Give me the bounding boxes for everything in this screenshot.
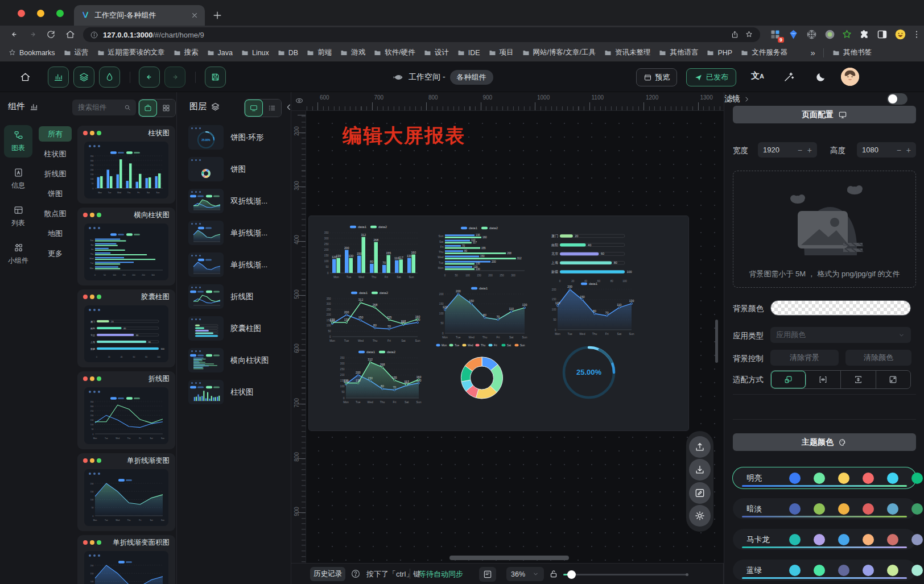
bg-color-swatch[interactable]	[770, 300, 911, 316]
bookmark-item[interactable]: 资讯未整理	[604, 48, 651, 57]
bookmark-item[interactable]: 前端	[306, 48, 332, 57]
component-search-input[interactable]	[78, 103, 121, 111]
help-icon[interactable]	[350, 569, 361, 579]
sidebar-item-0[interactable]: 图表	[4, 125, 32, 158]
user-avatar[interactable]	[841, 68, 859, 86]
canvas-chart-line-area[interactable]: data10501001502001202001508070110130MonT…	[545, 280, 637, 337]
category-更多[interactable]: 更多	[39, 246, 72, 261]
layer-item[interactable]: 单折线渐...	[188, 252, 288, 277]
layer-item[interactable]: 柱状图	[188, 380, 288, 404]
extensions-puzzle-icon[interactable]	[858, 28, 870, 40]
bookmark-item[interactable]: 项目	[488, 48, 514, 57]
edit-button[interactable]	[689, 482, 711, 504]
back-icon[interactable]	[9, 29, 20, 40]
extension-star-icon[interactable]	[841, 28, 853, 40]
dark-mode-moon-icon[interactable]	[815, 71, 827, 83]
eye-icon[interactable]	[295, 96, 304, 106]
publish-button[interactable]: 已发布	[686, 68, 736, 86]
tab-close-icon[interactable]	[190, 11, 199, 20]
details-toggle-button[interactable]	[99, 67, 120, 88]
bookmark-item[interactable]: Java	[207, 48, 233, 57]
layer-item[interactable]: 饼图	[188, 157, 288, 181]
history-button[interactable]: 历史记录	[310, 567, 345, 581]
fit-auto-button[interactable]	[771, 371, 806, 388]
bookmarks-overflow-chevron[interactable]: »	[811, 48, 815, 57]
bookmark-item[interactable]: Linux	[241, 48, 269, 57]
reload-icon[interactable]	[46, 29, 56, 40]
theme-row-蓝绿[interactable]: 蓝绿	[733, 560, 916, 581]
component-card[interactable]: 胶囊柱图 厦门20南阳40北京60上海80新疆100020406080100	[77, 289, 175, 367]
bookmark-item[interactable]: 文件服务器	[740, 48, 787, 57]
layer-item[interactable]: 25.00% 饼图-环形	[188, 125, 288, 150]
bookmark-item[interactable]: PHP	[706, 48, 732, 57]
theme-row-明亮[interactable]: 明亮	[733, 467, 916, 488]
category-散点图[interactable]: 散点图	[39, 206, 72, 221]
bookmark-item[interactable]: 设计	[423, 48, 449, 57]
bookmark-item[interactable]: 近期需要读的文章	[97, 48, 165, 57]
component-search[interactable]	[72, 100, 136, 115]
layer-item[interactable]: 折线图	[188, 284, 288, 309]
redo-button[interactable]	[164, 67, 185, 88]
component-card[interactable]: 横向柱状图 050100150200250300MonTueWedThuFriS…	[77, 208, 175, 285]
bookmark-star-icon[interactable]	[745, 30, 754, 40]
layer-item[interactable]: 单折线渐...	[188, 221, 288, 245]
component-card[interactable]: 柱状图 050100150200250300350MonTueWedThuFri…	[77, 126, 175, 204]
window-zoom-button[interactable]	[56, 10, 64, 17]
magic-wand-icon[interactable]	[783, 71, 795, 83]
extension-record-icon[interactable]	[824, 28, 836, 40]
settings-gear-button[interactable]	[689, 505, 711, 527]
canvas-chart-line-gradient[interactable]: data10501001502001202001508070110130MonT…	[432, 284, 530, 340]
zoom-slider-knob[interactable]	[567, 570, 576, 579]
site-info-icon[interactable]	[90, 31, 98, 39]
undo-button[interactable]	[139, 67, 160, 88]
category-饼图[interactable]: 饼图	[39, 186, 72, 201]
bookmark-item[interactable]: 软件/硬件	[373, 48, 415, 57]
category-所有[interactable]: 所有	[39, 126, 72, 142]
forward-icon[interactable]	[27, 29, 38, 40]
canvas-chart-bar[interactable]: data1data2050100150200250300350120200150…	[317, 223, 423, 280]
page-config-header[interactable]: 页面配置	[733, 106, 916, 123]
canvas-area[interactable]: 编辑大屏报表 data1data205010015020025030035012…	[306, 111, 724, 563]
sidebar-item-1[interactable]: 信息	[4, 163, 32, 195]
filter-toggle[interactable]	[887, 93, 908, 105]
sidebar-item-3[interactable]: 小组件	[4, 238, 32, 270]
components-toggle-button[interactable]	[48, 67, 69, 88]
category-柱状图[interactable]: 柱状图	[39, 146, 72, 161]
component-card[interactable]: 单折线渐变图 050100150200MonTueWedThuFriSatSun	[77, 453, 175, 531]
home-icon[interactable]	[65, 29, 76, 40]
bookmarks-root[interactable]: Bookmarks	[8, 48, 55, 57]
export-button[interactable]	[689, 436, 711, 458]
share-icon[interactable]	[731, 30, 740, 40]
window-close-button[interactable]	[18, 10, 25, 17]
bag-view-button[interactable]	[139, 100, 157, 117]
canvas-chart-capsule[interactable]: 厦门20南阳40北京60上海80新疆100020406080100	[545, 226, 637, 283]
layer-item[interactable]: 双折线渐...	[188, 189, 288, 213]
bookmark-item[interactable]: 网站/博客/文章/工具	[522, 48, 596, 57]
canvas-chart-hbar[interactable]: data1data2050100150200250300Mon120130Tue…	[432, 224, 530, 277]
layer-item[interactable]: 横向柱状图	[188, 348, 288, 372]
layers-toggle-button[interactable]	[73, 67, 94, 88]
fit-stretch-button[interactable]	[876, 371, 911, 388]
height-minus-button[interactable]: −	[897, 146, 901, 155]
layout-preview-button[interactable]	[479, 567, 496, 582]
fit-height-button[interactable]	[841, 371, 876, 388]
canvas-chart-line-double-area[interactable]: data1data2050100150200250300350120200150…	[333, 348, 424, 405]
zoom-select[interactable]: 36%	[506, 567, 544, 581]
clear-background-button[interactable]: 清除背景	[770, 350, 839, 366]
theme-row-暗淡[interactable]: 暗淡	[733, 498, 916, 519]
width-stepper[interactable]: 1920 − +	[758, 142, 817, 158]
canvas-chart-donut[interactable]: MonTueWedThuFriSatSun	[431, 341, 533, 407]
bookmark-item[interactable]: 游戏	[340, 48, 365, 57]
category-地图[interactable]: 地图	[39, 226, 72, 241]
save-button[interactable]	[205, 67, 226, 88]
thumbnail-view-button[interactable]	[245, 100, 263, 117]
width-plus-button[interactable]: +	[807, 146, 812, 155]
category-折线图[interactable]: 折线图	[39, 166, 72, 181]
sidebar-item-2[interactable]: 列表	[4, 200, 32, 233]
grid-view-button[interactable]	[157, 100, 175, 117]
window-minimize-button[interactable]	[37, 10, 44, 17]
canvas-text-widget[interactable]: 编辑大屏报表	[343, 123, 465, 149]
bookmark-item[interactable]: DB	[277, 48, 298, 57]
browser-menu-icon[interactable]	[911, 28, 922, 40]
lock-icon[interactable]	[548, 569, 559, 579]
